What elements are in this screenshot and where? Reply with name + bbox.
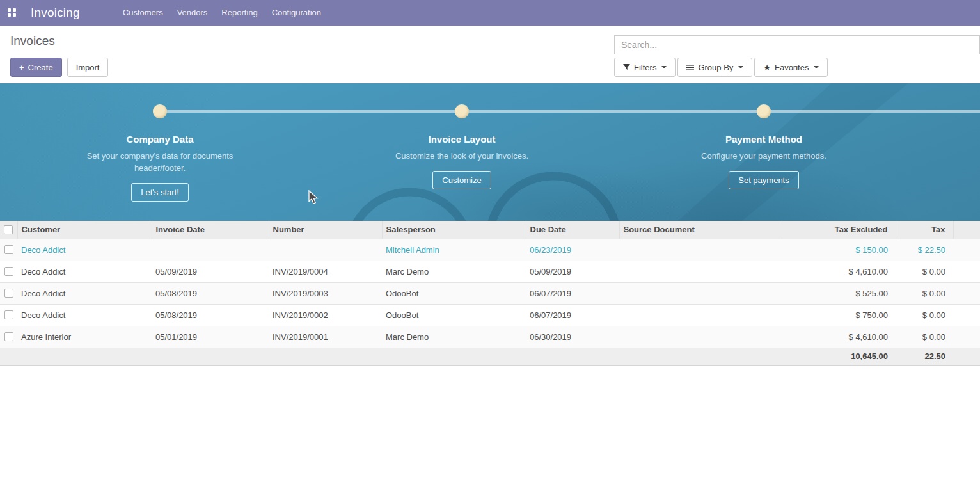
cell-invoice_date[interactable]: 05/08/2019 xyxy=(152,282,269,304)
table-row[interactable]: Deco AddictMitchell Admin06/23/2019$ 150… xyxy=(0,239,980,261)
cell-salesperson[interactable]: Marc Demo xyxy=(382,326,526,348)
cell-tax[interactable]: $ 0.00 xyxy=(896,261,953,282)
column-header-salesperson[interactable]: Salesperson xyxy=(382,221,526,239)
cell-filler xyxy=(953,261,980,282)
cell-salesperson[interactable]: Marc Demo xyxy=(382,261,526,282)
cell-due_date[interactable]: 06/07/2019 xyxy=(526,282,619,304)
row-checkbox[interactable] xyxy=(4,267,13,276)
row-checkbox[interactable] xyxy=(4,310,13,319)
cell-due_date[interactable]: 06/23/2019 xyxy=(526,239,619,261)
cell-filler xyxy=(953,282,980,304)
chevron-down-icon xyxy=(661,66,667,68)
cell-tax_excluded[interactable]: $ 750.00 xyxy=(782,304,896,326)
select-all-checkbox[interactable] xyxy=(4,225,13,234)
step-title: Payment Method xyxy=(613,134,915,145)
cell-source_document[interactable] xyxy=(619,261,782,282)
step-dot xyxy=(455,104,469,118)
cell-number[interactable]: INV/2019/0001 xyxy=(269,326,382,348)
column-header-due_date[interactable]: Due Date xyxy=(526,221,619,239)
onboarding-step-payment-method: Payment Method Configure your payment me… xyxy=(613,83,915,189)
create-button[interactable]: + Create xyxy=(10,58,62,77)
step-dot xyxy=(153,104,167,118)
cell-tax_excluded[interactable]: $ 4,610.00 xyxy=(782,326,896,348)
cell-invoice_date[interactable]: 05/01/2019 xyxy=(152,326,269,348)
filter-funnel-icon xyxy=(623,64,630,71)
cell-source_document[interactable] xyxy=(619,239,782,261)
table-row[interactable]: Deco Addict05/09/2019INV/2019/0004Marc D… xyxy=(0,261,980,282)
cell-invoice_date[interactable]: 05/08/2019 xyxy=(152,304,269,326)
menu-vendors[interactable]: Vendors xyxy=(170,0,215,26)
menu-reporting[interactable]: Reporting xyxy=(214,0,264,26)
step-description: Configure your payment methods. xyxy=(681,150,847,162)
cell-invoice_date[interactable]: 05/09/2019 xyxy=(152,261,269,282)
customize-button[interactable]: Customize xyxy=(432,171,491,189)
step-title: Company Data xyxy=(9,134,311,145)
cell-source_document[interactable] xyxy=(619,326,782,348)
app-brand[interactable]: Invoicing xyxy=(31,6,80,20)
control-panel: Invoices + Create Import Filters Group B… xyxy=(0,26,980,83)
set-payments-button[interactable]: Set payments xyxy=(729,171,799,189)
column-header-tax_excluded[interactable]: Tax Excluded xyxy=(782,221,896,239)
column-header-tax[interactable]: Tax xyxy=(896,221,953,239)
cell-due_date[interactable]: 06/30/2019 xyxy=(526,326,619,348)
cell-customer[interactable]: Deco Addict xyxy=(17,239,152,261)
cell-filler xyxy=(953,326,980,348)
column-header-number[interactable]: Number xyxy=(269,221,382,239)
lets-start-button[interactable]: Let's start! xyxy=(131,183,189,202)
cell-customer[interactable]: Deco Addict xyxy=(17,282,152,304)
step-title: Invoice Layout xyxy=(311,134,613,145)
cell-salesperson[interactable]: OdooBot xyxy=(382,282,526,304)
step-description: Set your company's data for documents he… xyxy=(77,150,243,174)
cell-salesperson[interactable]: OdooBot xyxy=(382,304,526,326)
table-row[interactable]: Azure Interior05/01/2019INV/2019/0001Mar… xyxy=(0,326,980,348)
cell-customer[interactable]: Deco Addict xyxy=(17,304,152,326)
menu-customers[interactable]: Customers xyxy=(116,0,170,26)
table-row[interactable]: Deco Addict05/08/2019INV/2019/0002OdooBo… xyxy=(0,304,980,326)
table-footer: 10,645.0022.50 xyxy=(0,348,980,365)
plus-icon: + xyxy=(19,63,24,72)
row-checkbox[interactable] xyxy=(4,245,13,254)
filters-button[interactable]: Filters xyxy=(614,58,676,77)
cell-customer[interactable]: Deco Addict xyxy=(17,261,152,282)
table-header: CustomerInvoice DateNumberSalespersonDue… xyxy=(0,221,980,239)
row-checkbox[interactable] xyxy=(4,332,13,341)
chevron-down-icon xyxy=(814,66,819,68)
page-title: Invoices xyxy=(10,34,55,48)
cell-invoice_date[interactable] xyxy=(152,239,269,261)
cell-filler xyxy=(953,304,980,326)
cell-tax_excluded[interactable]: $ 150.00 xyxy=(782,239,896,261)
cell-tax[interactable]: $ 0.00 xyxy=(896,326,953,348)
column-header-invoice_date[interactable]: Invoice Date xyxy=(152,221,269,239)
group-by-bars-icon xyxy=(686,64,694,71)
column-header-filler xyxy=(953,221,980,239)
menu-configuration[interactable]: Configuration xyxy=(265,0,328,26)
cell-number[interactable]: INV/2019/0003 xyxy=(269,282,382,304)
cell-due_date[interactable]: 06/07/2019 xyxy=(526,304,619,326)
cell-tax_excluded[interactable]: $ 4,610.00 xyxy=(782,261,896,282)
favorites-button[interactable]: ★ Favorites xyxy=(754,58,828,77)
search-input[interactable] xyxy=(614,35,980,54)
apps-grid-icon[interactable] xyxy=(8,8,17,17)
column-header-source_document[interactable]: Source Document xyxy=(619,221,782,239)
main-menu: Customers Vendors Reporting Configuratio… xyxy=(116,0,328,26)
cell-due_date[interactable]: 05/09/2019 xyxy=(526,261,619,282)
group-by-button[interactable]: Group By xyxy=(677,58,752,77)
cell-number[interactable] xyxy=(269,239,382,261)
cell-tax[interactable]: $ 22.50 xyxy=(896,239,953,261)
cell-tax[interactable]: $ 0.00 xyxy=(896,282,953,304)
cell-tax[interactable]: $ 0.00 xyxy=(896,304,953,326)
cell-customer[interactable]: Azure Interior xyxy=(17,326,152,348)
column-header-customer[interactable]: Customer xyxy=(17,221,152,239)
step-description: Customize the look of your invoices. xyxy=(379,150,545,162)
row-checkbox[interactable] xyxy=(4,289,13,298)
cell-number[interactable]: INV/2019/0004 xyxy=(269,261,382,282)
cell-source_document[interactable] xyxy=(619,282,782,304)
table-row[interactable]: Deco Addict05/08/2019INV/2019/0003OdooBo… xyxy=(0,282,980,304)
cell-tax_excluded[interactable]: $ 525.00 xyxy=(782,282,896,304)
cell-number[interactable]: INV/2019/0002 xyxy=(269,304,382,326)
footer-tax-total: 22.50 xyxy=(896,348,953,365)
onboarding-banner: Company Data Set your company's data for… xyxy=(0,83,980,221)
import-button[interactable]: Import xyxy=(67,58,109,77)
cell-source_document[interactable] xyxy=(619,304,782,326)
cell-salesperson[interactable]: Mitchell Admin xyxy=(382,239,526,261)
